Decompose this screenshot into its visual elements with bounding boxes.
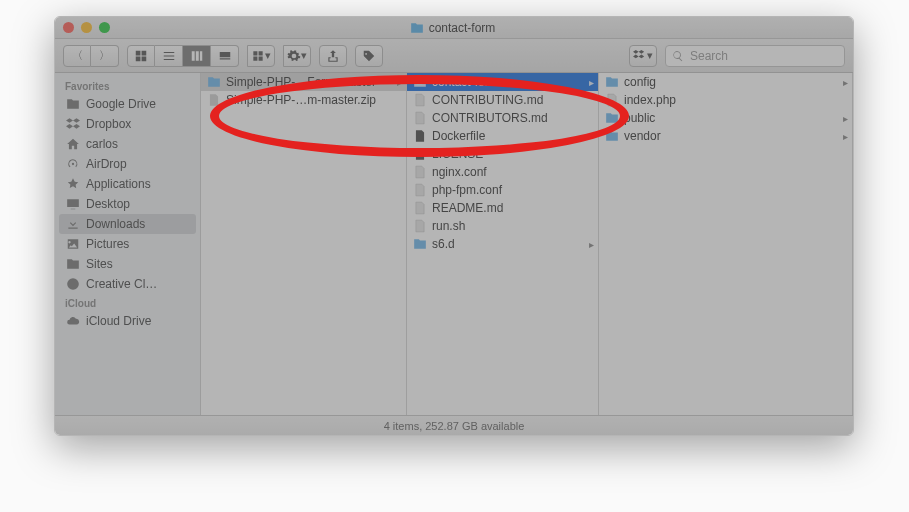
file-row[interactable]: index.php (599, 91, 852, 109)
sidebar-item-dropbox[interactable]: Dropbox (55, 114, 200, 134)
zip-icon (207, 93, 221, 107)
sidebar-item-applications[interactable]: Applications (55, 174, 200, 194)
file-name: nginx.conf (432, 165, 487, 179)
folder-icon (65, 97, 80, 111)
sidebar-item-google-drive[interactable]: Google Drive (55, 94, 200, 114)
file-icon (413, 147, 427, 161)
file-row[interactable]: LICENSE (407, 145, 598, 163)
file-row[interactable]: README.md (407, 199, 598, 217)
sidebar-section-header: Favorites (55, 77, 200, 94)
file-name: s6.d (432, 237, 455, 251)
sidebar-item-downloads[interactable]: Downloads (59, 214, 196, 234)
sidebar-item-label: Google Drive (86, 97, 156, 111)
maximize-window-button[interactable] (99, 22, 110, 33)
file-row[interactable]: Dockerfile (407, 127, 598, 145)
dropbox-button[interactable]: ▾ (629, 45, 657, 67)
sidebar-item-icloud-drive[interactable]: iCloud Drive (55, 311, 200, 331)
file-name: CONTRIBUTING.md (432, 93, 543, 107)
grid-icon (134, 49, 148, 63)
sidebar-item-pictures[interactable]: Pictures (55, 234, 200, 254)
window-controls (63, 22, 110, 33)
chevron-right-icon: ▸ (589, 77, 594, 88)
sidebar-item-label: iCloud Drive (86, 314, 151, 328)
view-coverflow-button[interactable] (211, 45, 239, 67)
share-icon (326, 49, 340, 63)
sidebar-item-label: Applications (86, 177, 151, 191)
arrange-group: ▾ (247, 45, 275, 67)
chevron-right-icon: ▸ (397, 77, 402, 88)
view-buttons (127, 45, 239, 67)
downloads-icon (65, 217, 80, 231)
file-icon (413, 201, 427, 215)
file-row[interactable]: nginx.conf (407, 163, 598, 181)
sidebar-item-label: Sites (86, 257, 113, 271)
file-name: README.md (432, 201, 503, 215)
file-name: Dockerfile (432, 129, 485, 143)
folder-icon (605, 129, 619, 143)
sidebar-item-creative-cl-[interactable]: Creative Cl… (55, 274, 200, 294)
file-row[interactable]: php-fpm.conf (407, 181, 598, 199)
view-list-button[interactable] (155, 45, 183, 67)
coverflow-icon (218, 49, 232, 63)
share-button[interactable] (319, 45, 347, 67)
sidebar-item-carlos[interactable]: carlos (55, 134, 200, 154)
tags-button[interactable] (355, 45, 383, 67)
minimize-window-button[interactable] (81, 22, 92, 33)
sidebar-item-airdrop[interactable]: AirDrop (55, 154, 200, 174)
column-3[interactable]: config▸index.phppublic▸vendor▸ (599, 73, 853, 415)
file-name: vendor (624, 129, 661, 143)
folder-icon (413, 237, 427, 251)
forward-button[interactable]: 〉 (91, 45, 119, 67)
chevron-right-icon: ▸ (589, 239, 594, 250)
icloud-icon (65, 314, 80, 328)
view-columns-button[interactable] (183, 45, 211, 67)
file-name: CONTRIBUTORS.md (432, 111, 548, 125)
file-icon (413, 219, 427, 233)
file-icon (413, 111, 427, 125)
cc-icon (65, 277, 80, 291)
sidebar-item-label: AirDrop (86, 157, 127, 171)
file-name: Simple-PHP-…Form-master (226, 75, 376, 89)
sidebar-item-desktop[interactable]: Desktop (55, 194, 200, 214)
file-name: LICENSE (432, 147, 483, 161)
dropbox-icon (633, 49, 647, 63)
close-window-button[interactable] (63, 22, 74, 33)
sidebar-item-label: Downloads (86, 217, 145, 231)
columns-icon (190, 49, 204, 63)
search-field[interactable]: Search (665, 45, 845, 67)
column-1[interactable]: Simple-PHP-…Form-master▸Simple-PHP-…m-ma… (201, 73, 407, 415)
list-icon (162, 49, 176, 63)
apps-icon (65, 177, 80, 191)
columns-view: Simple-PHP-…Form-master▸Simple-PHP-…m-ma… (201, 73, 853, 415)
file-name: run.sh (432, 219, 465, 233)
action-button[interactable]: ▾ (283, 45, 311, 67)
file-icon (605, 93, 619, 107)
search-placeholder: Search (690, 49, 728, 63)
folder-icon (65, 257, 80, 271)
file-row[interactable]: public▸ (599, 109, 852, 127)
airdrop-icon (65, 157, 80, 171)
file-row[interactable]: contact-form▸ (407, 73, 598, 91)
arrange-button[interactable]: ▾ (247, 45, 275, 67)
file-row[interactable]: CONTRIBUTORS.md (407, 109, 598, 127)
sidebar-item-label: Creative Cl… (86, 277, 157, 291)
file-row[interactable]: vendor▸ (599, 127, 852, 145)
chevron-right-icon: ▸ (843, 131, 848, 142)
file-name: config (624, 75, 656, 89)
back-button[interactable]: 〈 (63, 45, 91, 67)
file-row[interactable]: CONTRIBUTING.md (407, 91, 598, 109)
column-2[interactable]: contact-form▸CONTRIBUTING.mdCONTRIBUTORS… (407, 73, 599, 415)
file-row[interactable]: run.sh (407, 217, 598, 235)
finder-body: FavoritesGoogle DriveDropboxcarlosAirDro… (55, 73, 853, 415)
file-row[interactable]: Simple-PHP-…Form-master▸ (201, 73, 406, 91)
file-row[interactable]: Simple-PHP-…m-master.zip (201, 91, 406, 109)
search-icon (672, 50, 684, 62)
file-row[interactable]: config▸ (599, 73, 852, 91)
status-bar: 4 items, 252.87 GB available (55, 415, 853, 435)
sidebar-item-label: Dropbox (86, 117, 131, 131)
finder-window: contact-form 〈 〉 ▾ (54, 16, 854, 436)
file-row[interactable]: s6.d▸ (407, 235, 598, 253)
view-icons-button[interactable] (127, 45, 155, 67)
pictures-icon (65, 237, 80, 251)
sidebar-item-sites[interactable]: Sites (55, 254, 200, 274)
